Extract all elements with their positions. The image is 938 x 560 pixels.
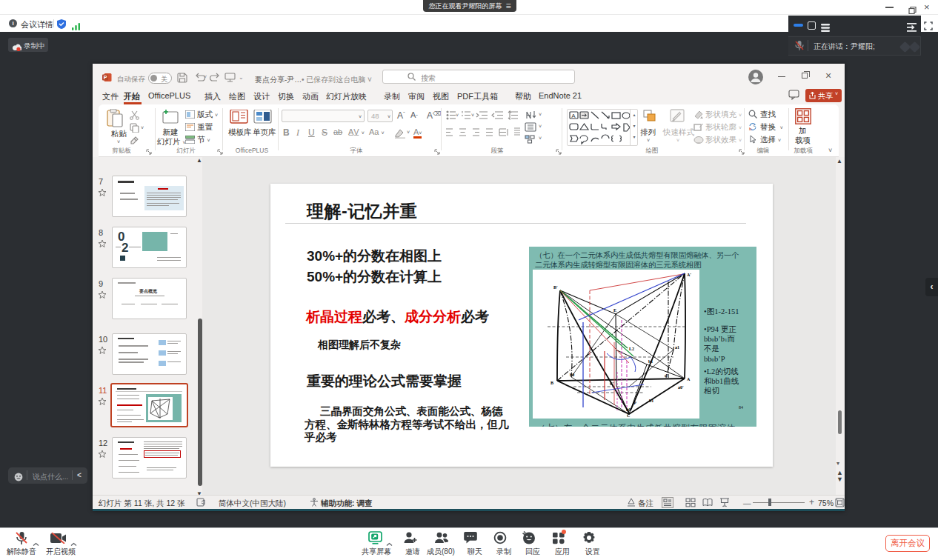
svg-text:b: b bbox=[749, 127, 752, 131]
svg-text:P: P bbox=[104, 75, 107, 80]
svg-text:d: d bbox=[665, 373, 668, 378]
svg-text:b1: b1 bbox=[648, 359, 653, 364]
svg-text:c: c bbox=[754, 123, 756, 127]
svg-text:C: C bbox=[627, 413, 630, 418]
svg-text:B': B' bbox=[553, 285, 558, 290]
svg-text:a0': a0' bbox=[678, 385, 684, 390]
svg-text:b1: b1 bbox=[649, 399, 653, 403]
svg-text:L2: L2 bbox=[629, 347, 634, 351]
svg-text:A: A bbox=[571, 113, 576, 119]
svg-text:A: A bbox=[687, 377, 691, 381]
svg-text:P: P bbox=[633, 401, 636, 405]
svg-text:C': C' bbox=[610, 381, 614, 386]
svg-text:A': A' bbox=[687, 273, 691, 277]
svg-text:a1: a1 bbox=[675, 345, 679, 350]
svg-text:b0: b0 bbox=[570, 373, 574, 377]
svg-text:B: B bbox=[551, 381, 553, 385]
svg-text:E: E bbox=[613, 308, 616, 313]
svg-text:b0': b0' bbox=[626, 407, 632, 412]
